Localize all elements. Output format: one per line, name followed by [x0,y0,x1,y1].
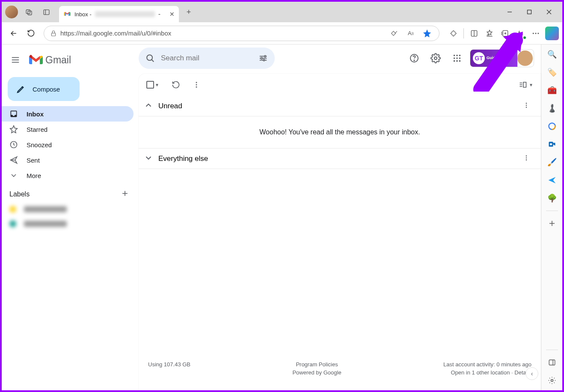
nav-more[interactable]: More [2,168,134,183]
sidebar-tree-icon[interactable]: 🌳 [546,193,558,204]
sidebar-search-icon[interactable]: 🔍 [546,49,558,60]
inbox-icon [9,110,18,118]
footer-location-link[interactable]: Open in 1 other location · Details [443,369,531,376]
view-toggle-button[interactable]: ▼ [519,81,533,89]
svg-point-19 [537,33,539,34]
close-window-button[interactable] [539,5,559,19]
nav-starred[interactable]: Starred [2,122,134,137]
select-all-checkbox[interactable]: ▼ [146,81,159,89]
read-aloud-icon[interactable]: A)) [405,27,417,39]
footer-policies-link[interactable]: Program Policies [292,361,341,368]
chevron-down-icon [144,153,153,164]
svg-rect-53 [523,82,526,87]
pencil-icon [16,84,26,94]
copilot-icon[interactable] [545,27,559,40]
favorite-star-icon[interactable] [421,27,433,39]
label-item-redacted[interactable] [2,202,139,217]
svg-point-38 [454,55,455,56]
star-icon [9,125,18,134]
section-unread-header[interactable]: Unread [139,96,541,116]
sidebar-settings-icon[interactable] [546,375,558,386]
compose-label: Compose [33,86,60,93]
extensions-icon[interactable] [447,27,459,39]
gmail-logo[interactable]: Gmail [29,54,71,66]
account-chip[interactable]: GT Guiding Tech [470,49,534,67]
svg-point-48 [196,84,197,86]
svg-rect-8 [51,33,55,36]
compose-button[interactable]: Compose [8,77,80,101]
tab-title-prefix: Inbox - [74,11,92,18]
mail-toolbar: ▼ ▼ [139,74,541,96]
sidebar-drop-icon[interactable]: 🖌️ [546,157,558,168]
refresh-mail-icon[interactable] [169,78,182,91]
svg-point-33 [261,57,263,59]
sidebar-tools-icon[interactable]: 🧰 [546,85,558,96]
search-options-icon[interactable] [258,53,268,63]
section-everything-header[interactable]: Everything else [139,148,541,169]
settings-icon[interactable] [427,50,444,67]
sidebar-shopping-icon[interactable]: 🏷️ [546,67,558,78]
sidebar-outlook-icon[interactable] [546,139,558,150]
section-more-icon[interactable] [523,154,530,163]
tab-controls [22,5,53,19]
sidebar-office-icon[interactable] [546,121,558,132]
svg-point-34 [263,59,265,61]
svg-point-58 [526,157,527,158]
svg-point-55 [526,104,527,106]
label-item-redacted[interactable] [2,217,139,231]
sidebar-add-icon[interactable] [546,218,558,229]
nav-sent[interactable]: Sent [2,152,134,168]
close-tab-icon[interactable]: ✕ [169,11,175,18]
select-dropdown-icon[interactable]: ▼ [155,83,159,87]
nav-inbox-label: Inbox [27,110,44,118]
tab-actions-icon[interactable] [39,5,53,19]
sidebar-divider [546,211,558,211]
maximize-button[interactable] [519,5,539,19]
svg-point-39 [456,55,458,56]
back-button[interactable] [5,25,22,42]
favorites-list-icon[interactable] [484,27,496,39]
main-menu-icon[interactable] [7,51,24,68]
collections-icon[interactable] [499,27,511,39]
nav-more-label: More [27,172,41,179]
label-text-redacted [24,221,67,227]
support-icon[interactable] [406,50,423,67]
more-menu-icon[interactable] [530,27,542,39]
sidebar-panel-icon[interactable] [546,357,558,368]
search-input[interactable] [161,54,252,62]
toolbar-divider [463,28,464,39]
footer-storage: Using 107.43 GB [148,361,190,368]
section-more-icon[interactable] [523,102,530,110]
address-bar[interactable]: https://mail.google.com/mail/u/0/#inbox … [44,26,439,41]
footer: Using 107.43 GB Program Policies Powered… [139,354,541,390]
search-icon [145,53,155,63]
split-screen-icon[interactable] [468,27,480,39]
nav-inbox[interactable]: Inbox [2,106,134,122]
browser-profile-avatar[interactable] [5,6,18,18]
address-bar-row: https://mail.google.com/mail/u/0/#inbox … [2,22,562,45]
svg-point-41 [454,57,455,59]
svg-point-42 [456,57,458,59]
workspaces-icon[interactable] [22,5,36,19]
gmail-favicon-icon [63,10,71,18]
refresh-button[interactable] [22,25,39,42]
browser-tab-bar: Inbox - - ✕ + [2,2,562,22]
active-tab[interactable]: Inbox - - ✕ [59,6,179,22]
sidebar-send-icon[interactable] [546,175,558,186]
performance-icon[interactable] [514,27,526,39]
nav-snoozed[interactable]: Snoozed [2,137,134,152]
add-label-button[interactable] [121,189,129,199]
search-box[interactable] [139,48,275,69]
apps-grid-icon[interactable] [448,50,466,67]
svg-rect-2 [44,9,49,14]
collapse-sidepanel-icon[interactable]: ‹ [525,367,538,380]
more-actions-icon[interactable] [190,78,203,91]
sidebar-games-icon[interactable]: ♟️ [546,103,558,114]
tab-title-redacted [95,11,155,17]
content-panel: ▼ ▼ Unread Woohoo! You've read all the m… [139,74,541,390]
window-controls [500,5,559,19]
new-tab-button[interactable]: + [182,6,195,18]
edge-sidebar: 🔍 🏷️ 🧰 ♟️ 🖌️ 🌳 [541,45,562,390]
minimize-button[interactable] [500,5,519,19]
tracking-prevention-icon[interactable] [389,27,401,39]
